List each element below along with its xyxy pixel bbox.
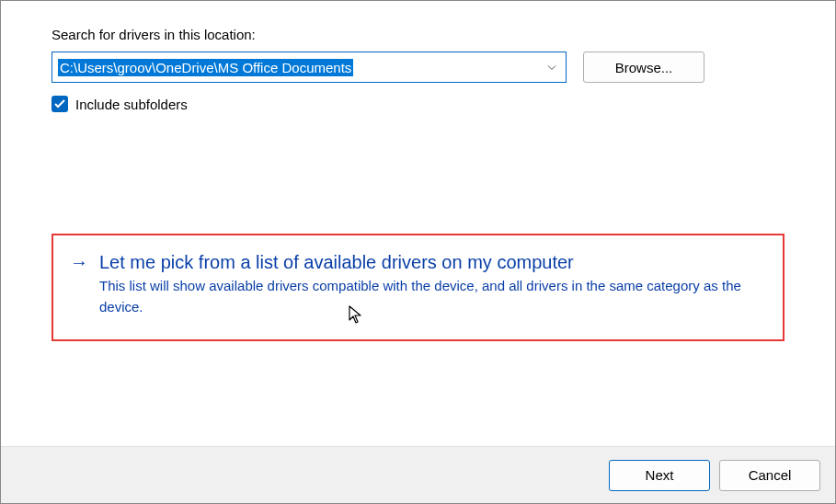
search-location-label: Search for drivers in this location: [52,27,784,42]
pick-from-list-title: Let me pick from a list of available dri… [99,250,766,274]
dialog-footer: Next Cancel [1,446,835,503]
chevron-down-icon [547,63,556,73]
next-button[interactable]: Next [609,460,710,491]
include-subfolders-label: Include subfolders [75,97,188,112]
browse-button[interactable]: Browse... [583,52,704,83]
cancel-button[interactable]: Cancel [719,460,820,491]
include-subfolders-checkbox[interactable] [52,96,68,112]
search-path-combobox[interactable]: C:\Users\groov\OneDrive\MS Office Docume… [52,52,567,83]
arrow-right-icon: → [70,250,88,317]
pick-from-list-option[interactable]: → Let me pick from a list of available d… [52,234,784,341]
search-path-value: C:\Users\groov\OneDrive\MS Office Docume… [58,59,353,76]
pick-from-list-description: This list will show available drivers co… [99,276,766,317]
